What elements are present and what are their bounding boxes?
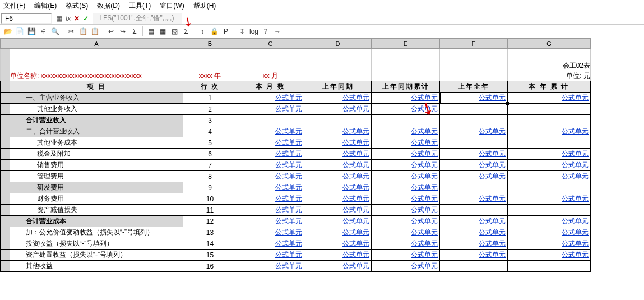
formula-cell-link[interactable]: 公式单元 [373, 228, 438, 237]
cell[interactable]: 公式单元 [508, 250, 591, 261]
menu-help[interactable]: 帮助(H) [193, 1, 216, 11]
select-all-corner[interactable] [1, 39, 10, 49]
formula-cell-link[interactable]: 公式单元 [239, 172, 302, 181]
formula-cell-link[interactable]: 公式单元 [239, 183, 302, 192]
menu-format[interactable]: 格式(S) [66, 1, 88, 11]
toolbar-btn-19[interactable]: log [248, 26, 260, 37]
formula-cell-link[interactable]: 公式单元 [306, 138, 369, 147]
cell[interactable]: 公式单元 [372, 250, 440, 261]
toolbar-btn-1[interactable]: 📄 [14, 26, 25, 37]
row-number[interactable]: 11 [183, 205, 237, 216]
cell[interactable]: 公式单元 [372, 137, 440, 149]
formula-cell-link[interactable]: 公式单元 [373, 194, 438, 204]
formula-cell-link[interactable]: 公式单元 [239, 228, 302, 237]
cell[interactable]: 公式单元 [304, 250, 372, 261]
cell[interactable]: 公式单元 [372, 238, 440, 250]
col-header-E[interactable]: E [372, 39, 440, 49]
toolbar-btn-18[interactable]: ↧ [237, 26, 248, 37]
row-item-label[interactable]: 研发费用 [10, 182, 183, 193]
formula-cell-link[interactable]: 公式单元 [306, 149, 369, 159]
row-item-label[interactable]: 其他业务成本 [10, 137, 183, 149]
cell[interactable]: 公式单元 [372, 216, 440, 227]
toolbar-btn-3[interactable]: 🖨 [38, 26, 49, 37]
cell[interactable]: 公式单元 [237, 193, 304, 205]
cell[interactable]: 公式单元 [440, 149, 508, 160]
formula-cell-link[interactable]: 公式单元 [239, 239, 302, 248]
cell[interactable]: 公式单元 [304, 216, 372, 227]
formula-cell-link[interactable]: 公式单元 [509, 93, 589, 103]
cell[interactable]: 公式单元 [372, 93, 440, 104]
formula-cell-link[interactable]: 公式单元 [373, 239, 438, 248]
cell[interactable]: 公式单元 [372, 205, 440, 216]
cell[interactable]: 公式单元 [304, 126, 372, 137]
formula-cell-link[interactable]: 公式单元 [306, 104, 369, 114]
formula-cell-link[interactable]: 公式单元 [509, 250, 589, 260]
formula-cell-link[interactable]: 公式单元 [239, 250, 302, 260]
toolbar-btn-9[interactable]: ↪ [117, 26, 128, 37]
formula-cell-link[interactable]: 公式单元 [373, 205, 438, 215]
col-header-F[interactable]: F [440, 39, 508, 49]
menu-window[interactable]: 窗口(W) [160, 1, 184, 11]
cell[interactable]: 公式单元 [237, 216, 304, 227]
cell[interactable]: 公式单元 [304, 193, 372, 205]
cell[interactable]: 公式单元 [440, 216, 508, 227]
cell[interactable]: 公式单元 [237, 227, 304, 238]
cell[interactable] [508, 182, 591, 193]
formula-cell-link[interactable]: 公式单元 [373, 172, 438, 181]
cell[interactable]: 公式单元 [304, 137, 372, 149]
toolbar-btn-20[interactable]: ? [260, 26, 271, 37]
formula-cell-link[interactable]: 公式单元 [239, 104, 302, 114]
formula-cell-link[interactable]: 公式单元 [306, 172, 369, 181]
cell[interactable] [372, 115, 440, 126]
toolbar-btn-12[interactable]: ▦ [157, 26, 168, 37]
row-item-label[interactable]: 合计营业成本 [10, 216, 183, 227]
sheet-icon[interactable]: ▦ [56, 15, 62, 22]
formula-cell-link[interactable]: 公式单元 [509, 228, 589, 237]
cell[interactable]: 公式单元 [304, 149, 372, 160]
formula-cell-link[interactable]: 公式单元 [306, 183, 369, 192]
cell[interactable] [440, 137, 508, 149]
cell[interactable] [508, 137, 591, 149]
cell[interactable]: 公式单元 [304, 238, 372, 250]
formula-cell-link[interactable]: 公式单元 [373, 104, 438, 114]
toolbar-btn-10[interactable]: Σ [129, 26, 140, 37]
confirm-icon[interactable]: ✓ [83, 15, 89, 22]
row-number[interactable]: 9 [183, 182, 237, 193]
cell[interactable]: 公式单元 [372, 261, 440, 272]
row-number[interactable]: 1 [183, 93, 237, 104]
fx-icon[interactable]: fx [66, 15, 71, 22]
cell[interactable]: 公式单元 [237, 126, 304, 137]
cell[interactable]: 公式单元 [372, 149, 440, 160]
row-number[interactable]: 15 [183, 250, 237, 261]
menu-data[interactable]: 数据(D) [97, 1, 120, 11]
row-number[interactable]: 13 [183, 227, 237, 238]
formula-cell-link[interactable]: 公式单元 [373, 250, 438, 260]
cell[interactable]: 公式单元 [304, 171, 372, 182]
cell[interactable]: 公式单元 [372, 160, 440, 171]
cell[interactable]: 公式单元 [237, 137, 304, 149]
formula-cell-link[interactable]: 公式单元 [306, 160, 369, 170]
menu-edit[interactable]: 编辑(E) [34, 1, 57, 11]
cell[interactable]: 公式单元 [304, 205, 372, 216]
cell-reference-input[interactable] [1, 13, 52, 24]
formula-cell-link[interactable]: 公式单元 [239, 149, 302, 159]
row-item-label[interactable]: 其他收益 [10, 261, 183, 272]
formula-cell-link[interactable]: 公式单元 [306, 127, 369, 136]
cell[interactable]: 公式单元 [304, 160, 372, 171]
row-item-label[interactable]: 加：公允价值变动收益（损失以“-”号填列） [10, 227, 183, 238]
cell[interactable]: 公式单元 [508, 149, 591, 160]
cell[interactable]: 公式单元 [237, 250, 304, 261]
row-item-label[interactable]: 税金及附加 [10, 149, 183, 160]
cell[interactable]: 公式单元 [237, 205, 304, 216]
row-item-label[interactable]: 投资收益（损失以“-”号填列） [10, 238, 183, 250]
cell[interactable]: 公式单元 [508, 227, 591, 238]
cell[interactable]: 公式单元 [440, 171, 508, 182]
cell[interactable] [508, 104, 591, 115]
formula-cell-link[interactable]: 公式单元 [239, 216, 302, 226]
cell[interactable]: 公式单元 [440, 250, 508, 261]
cell[interactable]: 公式单元 [440, 126, 508, 137]
col-header-A[interactable]: A [10, 39, 183, 49]
formula-cell-link[interactable]: 公式单元 [442, 172, 506, 181]
cell[interactable]: 公式单元 [508, 171, 591, 182]
formula-cell-link[interactable]: 公式单元 [373, 160, 438, 170]
